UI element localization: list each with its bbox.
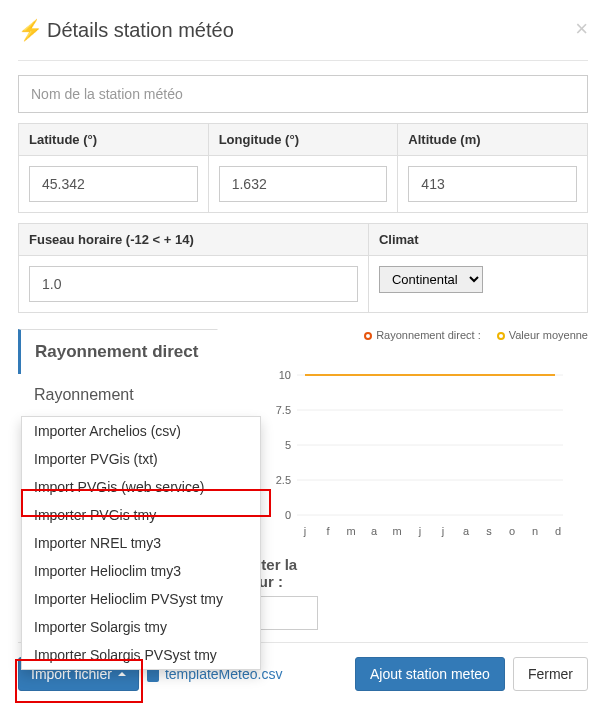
y-tick: 0 <box>285 509 291 521</box>
dropdown-item-solargis-pvsyst[interactable]: Importer Solargis PVSyst tmy <box>22 641 260 669</box>
dropdown-item-pvgis-tmy[interactable]: Importer PVGis tmy <box>22 501 260 529</box>
x-tick: m <box>346 525 355 537</box>
x-tick: n <box>532 525 538 537</box>
latitude-input[interactable] <box>29 166 198 202</box>
x-tick: m <box>392 525 401 537</box>
import-dropdown-menu: Importer Archelios (csv) Importer PVGis … <box>21 416 261 670</box>
longitude-label: Longitude (°) <box>209 124 398 156</box>
legend-label-2: Valeur moyenne <box>509 329 588 341</box>
x-tick: a <box>463 525 470 537</box>
x-tick: o <box>509 525 515 537</box>
x-tick: s <box>486 525 492 537</box>
dropdown-item-pvgis-web[interactable]: Import PVGis (web service) <box>22 473 260 501</box>
y-tick: 10 <box>279 369 291 381</box>
add-station-button[interactable]: Ajout station meteo <box>355 657 505 691</box>
x-tick: a <box>371 525 378 537</box>
dropdown-item-solargis-tmy[interactable]: Importer Solargis tmy <box>22 613 260 641</box>
dropdown-item-archelios[interactable]: Importer Archelios (csv) <box>22 417 260 445</box>
legend-dot-yellow-icon <box>497 332 505 340</box>
modal-title-text: Détails station météo <box>47 19 234 42</box>
modal-title: ⚡ Détails station météo <box>18 18 234 42</box>
timezone-input[interactable] <box>29 266 358 302</box>
dropdown-item-helioclim-tmy3[interactable]: Importer Helioclim tmy3 <box>22 557 260 585</box>
flash-icon: ⚡ <box>18 18 43 42</box>
y-tick: 5 <box>285 439 291 451</box>
latitude-label: Latitude (°) <box>19 124 208 156</box>
dropdown-item-helioclim-pvsyst[interactable]: Importer Helioclim PVSyst tmy <box>22 585 260 613</box>
dropdown-item-pvgis-txt[interactable]: Importer PVGis (txt) <box>22 445 260 473</box>
legend-label-1: Rayonnement direct : <box>376 329 481 341</box>
climate-select[interactable]: Continental <box>379 266 483 293</box>
x-tick: j <box>441 525 444 537</box>
legend-dot-red-icon <box>364 332 372 340</box>
close-button[interactable]: × <box>575 18 588 40</box>
x-tick: f <box>326 525 330 537</box>
x-tick: j <box>303 525 306 537</box>
y-tick: 2.5 <box>276 474 291 486</box>
climate-label: Climat <box>369 224 587 256</box>
tab-rayonnement-direct[interactable]: Rayonnement direct <box>18 329 218 374</box>
y-tick: 7.5 <box>276 404 291 416</box>
x-tick: j <box>418 525 421 537</box>
caret-up-icon <box>118 672 126 676</box>
station-name-input[interactable] <box>18 75 588 113</box>
close-footer-button[interactable]: Fermer <box>513 657 588 691</box>
altitude-input[interactable] <box>408 166 577 202</box>
timezone-label: Fuseau horaire (-12 < + 14) <box>19 224 368 256</box>
chart-legend: Rayonnement direct : Valeur moyenne <box>238 329 588 341</box>
altitude-label: Altitude (m) <box>398 124 587 156</box>
longitude-input[interactable] <box>219 166 388 202</box>
dropdown-item-nrel-tmy3[interactable]: Importer NREL tmy3 <box>22 529 260 557</box>
tab-rayonnement[interactable]: Rayonnement <box>18 374 218 416</box>
line-chart: 10 7.5 5 2.5 0 j f m a m j j a s o n d <box>238 355 588 545</box>
x-tick: d <box>555 525 561 537</box>
